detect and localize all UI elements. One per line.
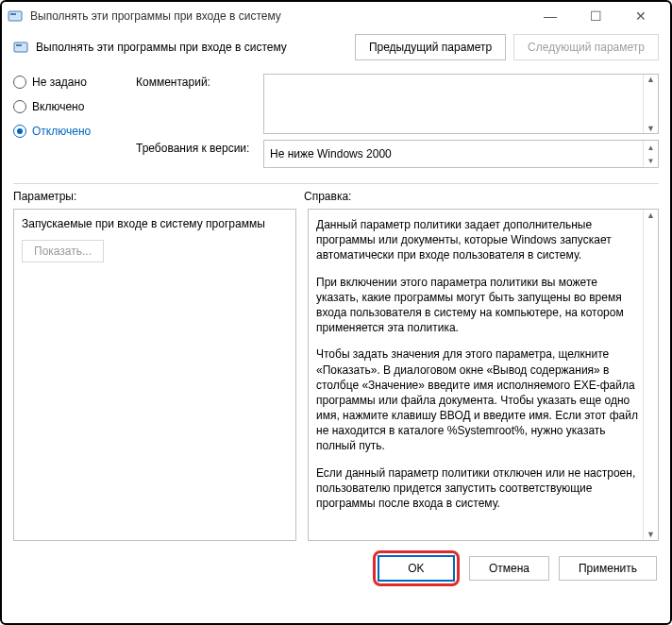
stepper[interactable]: ▲▼ <box>643 141 658 167</box>
svg-rect-2 <box>14 42 27 52</box>
help-section-label: Справка: <box>304 190 659 203</box>
comment-textarea[interactable]: ▲▼ <box>263 74 659 134</box>
scrollbar[interactable]: ▲▼ <box>643 75 658 133</box>
help-paragraph: Чтобы задать значения для этого параметр… <box>316 346 639 453</box>
help-paragraph: Если данный параметр политики отключен и… <box>316 465 639 512</box>
svg-rect-0 <box>8 11 22 21</box>
radio-icon <box>13 76 26 89</box>
ok-button[interactable]: OK <box>378 556 454 581</box>
help-panel: Данный параметр политики задает дополнит… <box>308 209 659 541</box>
cancel-button[interactable]: Отмена <box>469 556 549 581</box>
requirement-value: Не ниже Windows 2000 <box>270 147 392 160</box>
window-title: Выполнять эти программы при входе в сист… <box>30 9 536 23</box>
policy-icon <box>13 40 28 55</box>
svg-rect-1 <box>10 13 16 15</box>
ok-highlight: OK <box>373 550 460 586</box>
radio-label: Не задано <box>32 76 87 89</box>
svg-rect-3 <box>16 44 22 46</box>
requirement-label: Требования к версии: <box>136 140 263 155</box>
help-paragraph: Данный параметр политики задает дополнит… <box>316 217 639 263</box>
scrollbar[interactable]: ▲▼ <box>643 210 658 540</box>
show-button: Показать... <box>22 240 104 262</box>
requirement-box: Не ниже Windows 2000 ▲▼ <box>263 140 659 168</box>
policy-title: Выполнять эти программы при входе в сист… <box>36 41 347 54</box>
titlebar: Выполнять эти программы при входе в сист… <box>2 2 670 30</box>
divider <box>13 183 659 184</box>
help-paragraph: При включении этого параметра политики в… <box>316 275 639 336</box>
radio-label: Включено <box>32 100 84 113</box>
radio-disabled[interactable]: Отключено <box>13 125 136 138</box>
options-section-label: Параметры: <box>13 190 304 203</box>
options-panel: Запускаемые при входе в систему программ… <box>13 209 296 541</box>
radio-not-configured[interactable]: Не задано <box>13 76 136 89</box>
close-button[interactable]: ✕ <box>627 8 655 24</box>
next-setting-button: Следующий параметр <box>513 34 659 60</box>
comment-label: Комментарий: <box>136 74 263 89</box>
minimize-button[interactable]: — <box>536 8 564 24</box>
previous-setting-button[interactable]: Предыдущий параметр <box>355 34 506 60</box>
radio-enabled[interactable]: Включено <box>13 100 136 113</box>
options-title: Запускаемые при входе в систему программ… <box>22 217 288 230</box>
radio-label: Отключено <box>32 125 91 138</box>
apply-button[interactable]: Применить <box>559 556 657 581</box>
radio-icon <box>13 125 26 138</box>
radio-icon <box>13 100 26 113</box>
maximize-button[interactable]: ☐ <box>581 8 610 24</box>
app-icon <box>8 8 23 24</box>
